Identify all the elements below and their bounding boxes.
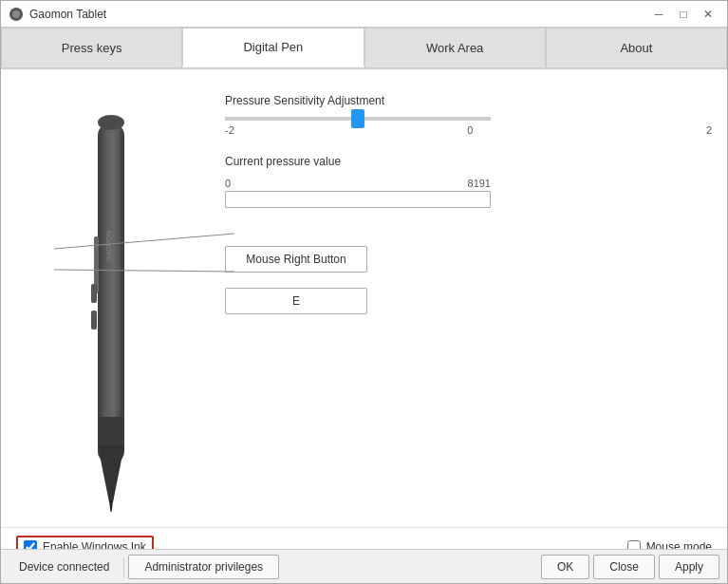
- svg-point-1: [12, 10, 20, 18]
- close-dialog-button[interactable]: Close: [593, 555, 655, 579]
- title-controls: ─ □ ✕: [647, 5, 719, 24]
- button1-row: Mouse Right Button: [225, 246, 712, 273]
- pressure-bar-labels: 0 8191: [225, 178, 491, 189]
- button2-row: E: [225, 288, 712, 314]
- ok-button[interactable]: OK: [541, 555, 589, 579]
- tab-work-area[interactable]: Work Area: [364, 28, 546, 67]
- pressure-bar: [225, 191, 491, 208]
- enable-ink-checkbox[interactable]: [24, 540, 37, 549]
- svg-rect-6: [91, 311, 97, 330]
- content-area: GAOMON Pressure Sensitivity Adjustment: [1, 69, 727, 549]
- svg-rect-11: [117, 127, 121, 412]
- svg-marker-9: [98, 445, 124, 502]
- button-assignments: Mouse Right Button E: [225, 246, 712, 314]
- tab-press-keys[interactable]: Press keys: [1, 28, 182, 67]
- pen-illustration: GAOMON: [83, 94, 140, 512]
- tab-about[interactable]: About: [546, 28, 727, 67]
- minimize-button[interactable]: ─: [647, 5, 670, 24]
- status-bar: Device connected Administrator privilege…: [1, 549, 727, 583]
- device-status: Device connected: [9, 556, 120, 578]
- tab-digital-pen[interactable]: Digital Pen: [182, 28, 364, 67]
- svg-rect-5: [91, 284, 97, 303]
- pressure-section: Current pressure value 0 8191: [225, 155, 491, 208]
- close-button[interactable]: ✕: [697, 5, 719, 24]
- button2-assignment[interactable]: E: [225, 288, 367, 314]
- main-window: Gaomon Tablet ─ □ ✕ Press keys Digital P…: [0, 0, 728, 584]
- status-divider: [123, 557, 124, 576]
- pressure-sensitivity-slider[interactable]: [225, 117, 491, 121]
- svg-text:GAOMON: GAOMON: [105, 231, 112, 261]
- window-title: Gaomon Tablet: [29, 8, 106, 21]
- svg-rect-8: [98, 417, 124, 445]
- svg-marker-10: [109, 500, 113, 512]
- pen-container: GAOMON: [16, 85, 206, 512]
- pressure-sensitivity-label: Pressure Sensitivity Adjustment: [225, 94, 712, 107]
- current-pressure-label: Current pressure value: [225, 155, 491, 168]
- mouse-mode-label[interactable]: Mouse mode: [627, 540, 712, 549]
- pressure-sensitivity-section: Pressure Sensitivity Adjustment -2 0 2: [225, 94, 712, 136]
- button1-assignment[interactable]: Mouse Right Button: [225, 246, 367, 273]
- tab-bar: Press keys Digital Pen Work Area About: [1, 28, 727, 69]
- title-bar: Gaomon Tablet ─ □ ✕: [1, 1, 727, 28]
- main-area: GAOMON Pressure Sensitivity Adjustment: [1, 69, 727, 527]
- enable-ink-label[interactable]: Enable Windows Ink: [16, 536, 154, 549]
- admin-privileges-button[interactable]: Administrator privileges: [128, 555, 279, 579]
- apply-button[interactable]: Apply: [659, 555, 719, 579]
- title-bar-left: Gaomon Tablet: [9, 7, 106, 22]
- right-panel: Pressure Sensitivity Adjustment -2 0 2 C…: [225, 85, 712, 512]
- mouse-mode-checkbox[interactable]: [627, 540, 641, 549]
- app-icon: [9, 7, 24, 22]
- maximize-button[interactable]: □: [672, 5, 695, 24]
- bottom-options: Enable Windows Ink Mouse mode: [1, 527, 727, 549]
- svg-point-3: [98, 115, 124, 130]
